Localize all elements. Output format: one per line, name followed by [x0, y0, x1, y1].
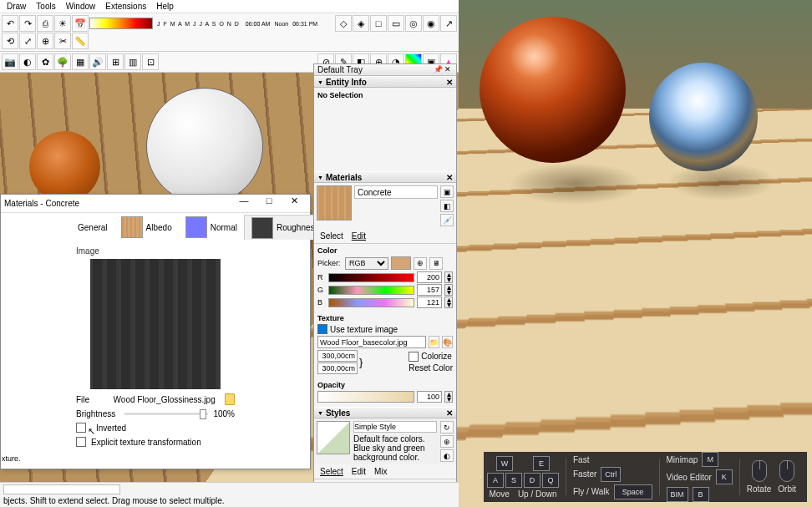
key-a[interactable]: A [487, 473, 504, 488]
height-input[interactable] [317, 363, 358, 374]
material-thumbnail[interactable] [317, 185, 352, 221]
tb2-b-icon[interactable]: ◐ [19, 53, 36, 70]
menu-draw[interactable]: Draw [7, 2, 26, 11]
style-create-icon[interactable]: ⊕ [440, 435, 454, 448]
tool-a-icon[interactable]: ◇ [335, 15, 352, 32]
tb2-d-icon[interactable]: 🌳 [54, 53, 71, 70]
maximize-button[interactable]: □ [256, 195, 282, 212]
key-b[interactable]: B [693, 487, 709, 502]
key-m[interactable]: M [702, 452, 718, 467]
link-dims-icon[interactable]: } [359, 356, 363, 368]
key-w[interactable]: W [496, 456, 513, 471]
tb2-i-icon[interactable]: ⊡ [142, 53, 159, 70]
key-q[interactable]: Q [542, 473, 559, 488]
styles-mix-tab[interactable]: Mix [372, 466, 390, 477]
opacity-input[interactable] [417, 391, 442, 403]
tool-j-icon[interactable]: ⊕ [37, 33, 53, 49]
sphere-orange[interactable] [29, 131, 100, 202]
panel-entity-info[interactable]: ▼Entity Info✕ [314, 76, 456, 88]
color-swatch[interactable] [391, 256, 411, 270]
reset-color-button[interactable]: Reset Color [409, 363, 453, 373]
tab-general[interactable]: General [71, 215, 114, 240]
key-d[interactable]: D [524, 473, 540, 488]
inverted-checkbox[interactable] [76, 423, 86, 433]
use-texture-checkbox[interactable] [317, 324, 327, 334]
tool-d-icon[interactable]: ▭ [388, 15, 404, 32]
r-input[interactable] [417, 271, 442, 283]
tb2-h-icon[interactable]: ▥ [124, 53, 141, 70]
tool-g-icon[interactable]: ↗ [440, 15, 457, 32]
tool-i-icon[interactable]: ⤢ [19, 33, 36, 49]
texture-file-input[interactable] [317, 336, 426, 348]
materials-edit-tab[interactable]: Edit [349, 231, 368, 241]
menu-tools[interactable]: Tools [36, 2, 55, 11]
month-strip[interactable]: J F M A M J J A S O N D [154, 21, 243, 27]
menu-window[interactable]: Window [66, 2, 96, 11]
tool-h-icon[interactable]: ⟲ [2, 33, 18, 49]
key-e[interactable]: E [533, 456, 550, 471]
style-update-icon[interactable]: ◐ [440, 449, 454, 462]
tb2-c-icon[interactable]: ✿ [37, 53, 53, 70]
close-button[interactable]: ✕ [282, 195, 307, 212]
measurement-box[interactable] [3, 484, 120, 494]
create-material-icon[interactable]: ▣ [440, 185, 454, 198]
panel-materials[interactable]: ▼Materials✕ [314, 171, 456, 183]
menu-help[interactable]: Help [156, 2, 174, 11]
tray-close-icon[interactable]: ✕ [443, 65, 453, 75]
r-slider[interactable] [328, 273, 414, 282]
menu-extensions[interactable]: Extensions [105, 2, 146, 11]
minimize-button[interactable]: — [231, 195, 256, 212]
picker-mode-select[interactable]: RGB [345, 257, 388, 270]
b-slider[interactable] [328, 298, 414, 307]
tb2-grid-icon[interactable]: ▦ [72, 53, 89, 70]
styles-select-tab[interactable]: Select [317, 466, 346, 477]
width-input[interactable] [317, 350, 358, 362]
texture-browse-icon[interactable]: 📁 [429, 336, 439, 348]
tool-sun-icon[interactable]: ☀ [54, 15, 71, 32]
g-input[interactable] [417, 284, 442, 296]
tool-k-icon[interactable]: ✂ [54, 33, 71, 49]
key-s[interactable]: S [505, 473, 522, 488]
opacity-spinner[interactable]: ▴▾ [444, 391, 453, 403]
tool-b-icon[interactable]: ◈ [353, 15, 369, 32]
file-input[interactable] [114, 395, 220, 404]
pin-icon[interactable]: 📌 [433, 65, 443, 75]
opacity-slider[interactable] [317, 391, 414, 403]
render-viewport[interactable]: WE ASDQ MoveUp / Down Fast FasterCtrl Fl… [459, 0, 812, 507]
g-slider[interactable] [328, 286, 414, 295]
key-k[interactable]: K [716, 469, 733, 484]
tool-c-icon[interactable]: □ [370, 15, 387, 32]
explicit-checkbox[interactable] [76, 437, 86, 447]
tab-normal[interactable]: Normal [179, 215, 244, 240]
tab-albedo[interactable]: Albedo [114, 215, 179, 240]
screen-picker-icon[interactable]: 🖥 [429, 257, 443, 270]
colorize-checkbox[interactable] [409, 352, 419, 362]
tool-l-icon[interactable]: 📏 [72, 33, 89, 49]
styles-edit-tab[interactable]: Edit [349, 466, 368, 477]
material-name-input[interactable] [354, 185, 438, 199]
tb2-sound-icon[interactable]: 🔊 [89, 53, 106, 70]
brightness-slider[interactable] [124, 413, 208, 415]
time-gradient[interactable] [89, 18, 153, 29]
r-spinner[interactable]: ▴▾ [444, 271, 453, 283]
tb2-camera-icon[interactable]: 📷 [2, 53, 18, 70]
key-space[interactable]: Space [614, 484, 652, 499]
b-spinner[interactable]: ▴▾ [444, 297, 453, 308]
texture-edit-icon[interactable]: 🎨 [442, 336, 453, 348]
tb2-g-icon[interactable]: ⊞ [107, 53, 124, 70]
tool-e-icon[interactable]: ◎ [405, 15, 422, 32]
tool-undo-icon[interactable]: ↶ [2, 15, 18, 32]
tool-date-icon[interactable]: 📅 [72, 15, 89, 32]
materials-select-tab[interactable]: Select [317, 231, 346, 241]
g-spinner[interactable]: ▴▾ [444, 284, 453, 296]
browse-folder-icon[interactable] [225, 393, 235, 405]
key-bim[interactable]: BIM [667, 487, 688, 502]
b-input[interactable] [417, 297, 442, 308]
panel-styles[interactable]: ▼Styles✕ [314, 407, 456, 418]
eyedropper-icon[interactable]: 💉 [440, 214, 454, 226]
texture-preview[interactable] [90, 259, 221, 389]
tool-redo-icon[interactable]: ↷ [19, 15, 36, 32]
style-thumbnail[interactable] [317, 421, 350, 454]
style-refresh-icon[interactable]: ↻ [440, 421, 454, 433]
tool-print-icon[interactable]: ⎙ [37, 15, 53, 32]
